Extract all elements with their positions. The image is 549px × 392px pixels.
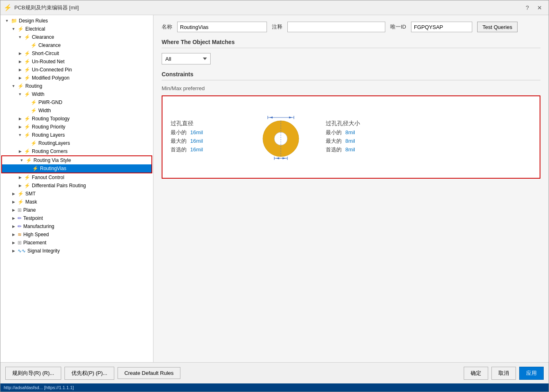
tree-signal-integrity[interactable]: ▶ ∿∿ Signal Integrity	[0, 247, 153, 255]
tree-label: Fanout Control	[32, 175, 64, 180]
via-hole-max-value[interactable]: 8mil	[345, 138, 355, 144]
tree-clearance-folder[interactable]: ▼ ⚡ Clearance	[0, 33, 153, 41]
tree-un-connected-pin[interactable]: ▶ ⚡ Un-Connected Pin	[0, 66, 153, 74]
expand-icon: ▶	[10, 207, 17, 213]
rule-icon: ⚡	[31, 42, 37, 48]
spacer	[23, 140, 30, 146]
placement-icon: ⊞	[18, 240, 22, 246]
tree-label: Routing Corners	[32, 148, 67, 154]
tree-clearance[interactable]: ⚡ Clearance	[0, 41, 153, 49]
via-diagram: 过孔直径 最小的 16mil 最大的 16mil 首选的	[171, 104, 531, 170]
tree-label: PWR-GND	[38, 100, 62, 105]
tree-routing-topology[interactable]: ▶ ⚡ Routing Topology	[0, 115, 153, 123]
signal-integrity-icon: ∿∿	[18, 248, 26, 254]
apply-button[interactable]: 应用	[519, 367, 544, 380]
tree-fanout-control[interactable]: ▶ ⚡ Fanout Control	[0, 173, 153, 182]
via-diameter-min-value[interactable]: 16mil	[190, 129, 203, 135]
preferred-label: 首选的	[171, 146, 187, 153]
tree-un-routed-net[interactable]: ▶ ⚡ Un-Routed Net	[0, 58, 153, 66]
rule-icon: ⚡	[31, 108, 37, 113]
hole-min-label: 最小的	[326, 129, 342, 136]
close-button[interactable]: ✕	[534, 3, 545, 13]
tree-routing-vias[interactable]: ⚡ RoutingVias	[2, 164, 151, 173]
tree-electrical[interactable]: ▼ ⚡ Electrical	[0, 25, 153, 33]
tree-short-circuit[interactable]: ▶ ⚡ Short-Circuit	[0, 49, 153, 58]
expand-icon: ▼	[4, 18, 10, 24]
svg-marker-3	[269, 117, 273, 119]
priority-button[interactable]: 优先权(P) (P)...	[64, 367, 114, 380]
via-svg	[248, 100, 313, 174]
expand-icon: ▶	[10, 239, 17, 246]
via-hole-labels: 过孔孔径大小 最小的 8mil 最大的 8mil 首选的	[326, 120, 391, 155]
uid-input[interactable]	[411, 22, 472, 32]
tree-width-folder[interactable]: ▼ ⚡ Width	[0, 90, 153, 98]
tree-label: Routing Priority	[32, 124, 65, 130]
tree-placement[interactable]: ▶ ⊞ Placement	[0, 239, 153, 247]
tree-design-rules[interactable]: ▼ 📁 Design Rules	[0, 17, 153, 25]
expand-icon: ▶	[17, 66, 23, 73]
tree-high-speed[interactable]: ▶ ≋ High Speed	[0, 230, 153, 239]
via-diameter-min-row: 最小的 16mil	[171, 129, 236, 136]
help-button[interactable]: ?	[522, 3, 533, 13]
comment-input[interactable]	[287, 22, 385, 32]
expand-icon: ▶	[10, 248, 17, 254]
tree-label: Routing	[25, 83, 42, 89]
create-default-rules-button[interactable]: Create Default Rules	[118, 367, 181, 379]
status-bar: http://adsafdasfsd... [https://1.1.1.1]	[0, 383, 549, 392]
app-icon: ⚡	[4, 4, 12, 12]
svg-marker-12	[282, 157, 286, 159]
svg-marker-4	[289, 117, 292, 119]
tree-width[interactable]: ⚡ Width	[0, 106, 153, 115]
window-title: PCB规则及约束编辑器 [mil]	[14, 4, 522, 11]
routing-icon: ⚡	[18, 83, 24, 89]
tree-differential-pairs[interactable]: ▶ ⚡ Differential Pairs Routing	[0, 182, 153, 190]
via-diameter-preferred-value[interactable]: 16mil	[190, 146, 203, 153]
min-label: 最小的	[171, 129, 187, 136]
testpoint-icon: ✏	[18, 215, 22, 221]
tree-pwr-gnd[interactable]: ⚡ PWR-GND	[0, 98, 153, 106]
tree-modified-polygon[interactable]: ▶ ⚡ Modified Polygon	[0, 74, 153, 82]
tree-routing-corners[interactable]: ▶ ⚡ Routing Corners	[0, 147, 153, 155]
rule-icon: ⚡	[24, 75, 30, 81]
where-matches-dropdown[interactable]: All Net Net Class Layer	[162, 53, 211, 64]
tree-routing-layers[interactable]: ▼ ⚡ Routing Layers	[0, 131, 153, 139]
via-diameter-labels: 过孔直径 最小的 16mil 最大的 16mil 首选的	[171, 120, 236, 155]
expand-icon: ▶	[10, 231, 17, 238]
via-diameter-max-value[interactable]: 16mil	[190, 138, 203, 144]
test-queries-button[interactable]: Test Queries	[477, 22, 518, 32]
tree-manufacturing[interactable]: ▶ ✏ Manufacturing	[0, 222, 153, 230]
smt-icon: ⚡	[18, 191, 24, 197]
tree-label: Un-Connected Pin	[32, 67, 72, 73]
tree-label: Modified Polygon	[32, 75, 69, 81]
where-matches-section: Where The Object Matches All Net Net Cla…	[162, 39, 540, 64]
expand-icon: ▶	[10, 190, 17, 197]
tree-routing-priority[interactable]: ▶ ⚡ Routing Priority	[0, 123, 153, 131]
cancel-button[interactable]: 取消	[491, 367, 516, 380]
where-matches-title: Where The Object Matches	[162, 39, 540, 48]
via-hole-preferred-value[interactable]: 8mil	[345, 146, 355, 153]
expand-icon: ▼	[18, 157, 25, 164]
expand-icon: ▼	[17, 91, 23, 97]
hole-preferred-label: 首选的	[326, 146, 342, 153]
tree-testpoint[interactable]: ▶ ✏ Testpoint	[0, 214, 153, 222]
name-input[interactable]	[177, 22, 267, 32]
rules-wizard-button[interactable]: 规则向导(R) (R)...	[5, 367, 61, 380]
rule-icon: ⚡	[24, 148, 30, 154]
via-diameter-preferred-row: 首选的 16mil	[171, 146, 236, 153]
tree-routing-layers-item[interactable]: ⚡ RoutingLayers	[0, 139, 153, 147]
tree-routing[interactable]: ▼ ⚡ Routing	[0, 82, 153, 90]
expand-icon: ▶	[17, 50, 23, 57]
plane-icon: ⊞	[18, 207, 22, 213]
spacer	[23, 42, 30, 49]
tree-label: Design Rules	[19, 18, 48, 24]
tree-mask[interactable]: ▶ ⚡ Mask	[0, 198, 153, 206]
ok-button[interactable]: 确定	[464, 367, 488, 380]
via-diameter-title: 过孔直径	[171, 120, 236, 127]
tree-plane[interactable]: ▶ ⊞ Plane	[0, 206, 153, 214]
constraints-subtitle: Min/Max preferred	[162, 85, 540, 91]
main-window: ⚡ PCB规则及约束编辑器 [mil] ? ✕ ▼ 📁 Design Rules…	[0, 0, 549, 392]
via-hole-preferred-row: 首选的 8mil	[326, 146, 391, 153]
tree-routing-via-style[interactable]: ▼ ⚡ Routing Via Style	[2, 156, 151, 164]
tree-smt[interactable]: ▶ ⚡ SMT	[0, 190, 153, 198]
via-hole-min-value[interactable]: 8mil	[345, 129, 355, 135]
